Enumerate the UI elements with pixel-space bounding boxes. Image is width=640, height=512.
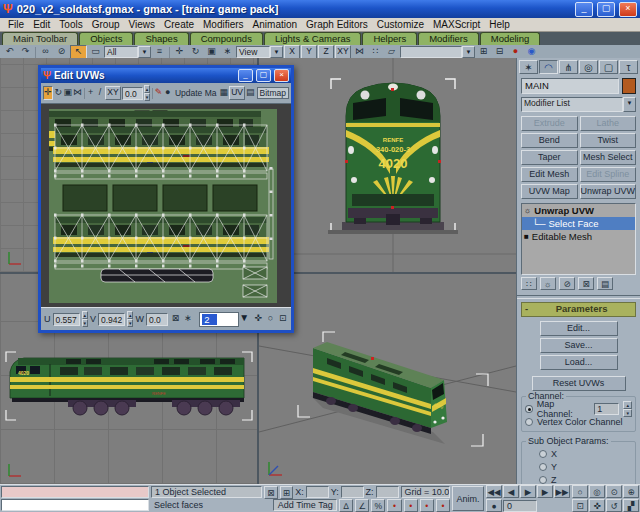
undo-icon[interactable]: ↶ [2, 46, 17, 58]
menu-create[interactable]: Create [160, 19, 198, 30]
uvw-map-button[interactable]: UVW Map [521, 184, 578, 199]
tab-shapes[interactable]: Shapes [134, 32, 188, 45]
pan-icon[interactable]: ✜ [253, 313, 263, 325]
reset-uvws-button[interactable]: Reset UVWs [532, 376, 626, 391]
y-coordinate-field[interactable] [341, 486, 364, 498]
close-button[interactable]: × [274, 69, 289, 82]
uv-expand-selection-icon[interactable]: + [87, 87, 95, 99]
reference-coordinate-dropdown[interactable]: View ▼ [236, 46, 283, 58]
edit-mesh-button[interactable]: Edit Mesh [521, 167, 578, 182]
previous-frame-icon[interactable]: ◀ [503, 485, 519, 498]
v-coordinate-field[interactable]: 0.942 [98, 313, 125, 326]
angle-snap-icon[interactable]: ∠ [355, 499, 369, 512]
menu-edit[interactable]: Edit [29, 19, 54, 30]
key-mode-icon[interactable]: • [387, 499, 401, 512]
object-color-swatch[interactable] [622, 78, 636, 94]
parameters-rollout-header[interactable]: - Parameters [521, 302, 636, 317]
zoom-all-icon[interactable]: ◎ [589, 485, 605, 498]
taper-button[interactable]: Taper [521, 150, 578, 165]
stack-item-unwrap-uvw[interactable]: ☼ Unwrap UVW [522, 204, 635, 217]
redo-icon[interactable]: ↷ [18, 46, 33, 58]
create-tab-icon[interactable]: ✶ [519, 60, 538, 74]
tab-lights-cameras[interactable]: Lights & Cameras [264, 32, 362, 45]
axis-constraint-z-button[interactable]: Z [318, 45, 334, 59]
axis-constraint-xy-button[interactable]: XY [335, 45, 351, 59]
viewport-perspective[interactable]: 4020 [259, 274, 516, 484]
tab-objects[interactable]: Objects [79, 32, 133, 45]
zoom-region-icon[interactable]: ⊡ [278, 313, 288, 325]
tab-main-toolbar[interactable]: Main Toolbar [2, 32, 78, 45]
key-toggle-icon[interactable]: ● [486, 499, 502, 512]
x-radio[interactable] [539, 450, 547, 458]
uv-falloff-distance-field[interactable]: 0.0 [122, 87, 143, 100]
twist-button[interactable]: Twist [580, 133, 637, 148]
texture-list-dropdown[interactable]: Bitmap [257, 87, 289, 99]
selection-filter-dropdown[interactable]: All ▼ [104, 46, 151, 58]
menu-tools[interactable]: Tools [55, 19, 86, 30]
percent-snap-icon[interactable]: % [371, 499, 385, 512]
uv-rotate-icon[interactable]: ↻ [54, 87, 62, 99]
utilities-tab-icon[interactable]: τ [619, 60, 638, 74]
modifier-list-dropdown[interactable]: Modifier List ▼ [521, 97, 636, 112]
tab-helpers[interactable]: Helpers [362, 32, 417, 45]
menu-help[interactable]: Help [485, 19, 514, 30]
maxscript-mini-listener[interactable] [1, 486, 149, 498]
save-uvws-button[interactable]: Save... [540, 338, 618, 353]
next-frame-icon[interactable]: ▶ [537, 485, 553, 498]
spinner-up-icon[interactable]: ▴ [127, 311, 133, 319]
remove-modifier-icon[interactable]: ⊠ [578, 277, 594, 290]
filter-selected-faces-icon[interactable]: ∗ [183, 313, 193, 325]
restore-button[interactable]: ▢ [597, 2, 615, 17]
viewport-front[interactable]: RENFE 340-020-3 4020 [259, 58, 516, 272]
spinner-down-icon[interactable]: ▾ [623, 409, 632, 417]
title-bar[interactable]: Ψ 020_v2_soldatsf.gmax - gmax - [trainz … [0, 0, 640, 18]
lock-selected-vertices-icon[interactable]: ⊠ [170, 313, 180, 325]
edit-uvws-window[interactable]: Ψ Edit UVWs _ ▢ × ✛ ↻ ▣ ⋈ + / XY 0.0 ▴ ▾ [38, 65, 294, 333]
edit-uvws-button[interactable]: Edit... [540, 321, 618, 336]
mesh-select-button[interactable]: Mesh Select [580, 150, 637, 165]
material-editor-icon[interactable]: ● [508, 46, 523, 58]
maxscript-listener-input[interactable] [1, 499, 149, 511]
uv-move-icon[interactable]: ✛ [43, 86, 53, 100]
update-map-button[interactable]: Update Ma [173, 88, 219, 98]
y-radio[interactable] [539, 463, 547, 471]
selection-lock-icon[interactable]: ⊠ [264, 486, 278, 499]
mirror-icon[interactable]: ⋈ [352, 46, 367, 58]
uv-vertex-mode-button[interactable]: UV [229, 86, 245, 100]
key-mode-icon[interactable]: • [420, 499, 434, 512]
menu-maxscript[interactable]: MAXScript [429, 19, 484, 30]
show-end-result-icon[interactable]: ☼ [540, 277, 556, 290]
align-icon[interactable]: ▱ [384, 46, 399, 58]
configure-modifier-sets-icon[interactable]: ▤ [597, 277, 613, 290]
tab-modeling[interactable]: Modeling [480, 32, 541, 45]
region-zoom-icon[interactable]: ⊡ [572, 499, 588, 512]
axis-constraint-y-button[interactable]: Y [301, 45, 317, 59]
chevron-down-icon[interactable]: ▼ [239, 312, 249, 327]
absolute-mode-icon[interactable]: ⊞ [280, 486, 294, 499]
tab-modifiers[interactable]: Modifiers [418, 32, 479, 45]
stack-item-editable-mesh[interactable]: ■ Editable Mesh [522, 230, 635, 243]
v-spinner[interactable]: ▴ ▾ [127, 311, 133, 327]
uv-paint-icon[interactable]: ● [164, 87, 172, 99]
axis-constraint-x-button[interactable]: X [284, 45, 300, 59]
go-to-start-icon[interactable]: ◀◀ [486, 485, 502, 498]
animate-button[interactable]: Anim. [452, 486, 484, 511]
pin-stack-icon[interactable]: ∷ [521, 277, 537, 290]
current-frame-field[interactable]: 0 [503, 500, 537, 512]
selection-region-icon[interactable]: ▭ [88, 46, 103, 58]
arc-rotate-icon[interactable]: ↺ [606, 499, 622, 512]
spinner-down-icon[interactable]: ▾ [82, 319, 88, 327]
z-radio[interactable] [539, 476, 547, 484]
close-button[interactable]: × [619, 2, 637, 17]
maximize-button[interactable]: ▢ [256, 69, 271, 82]
minimize-button[interactable]: _ [575, 2, 593, 17]
zoom-icon[interactable]: ○ [572, 485, 588, 498]
named-selection-sets-dropdown[interactable]: ▼ [400, 46, 475, 58]
curve-editor-icon[interactable]: ⊞ [476, 46, 491, 58]
map-channel-dropdown[interactable]: 2 ▼ [199, 312, 249, 327]
uv-falloff-space-button[interactable]: XY [105, 86, 121, 100]
chevron-down-icon[interactable]: ▼ [623, 97, 636, 112]
key-mode-icon[interactable]: • [404, 499, 418, 512]
menu-views[interactable]: Views [125, 19, 160, 30]
zoom-extents-icon[interactable]: ⊙ [606, 485, 622, 498]
